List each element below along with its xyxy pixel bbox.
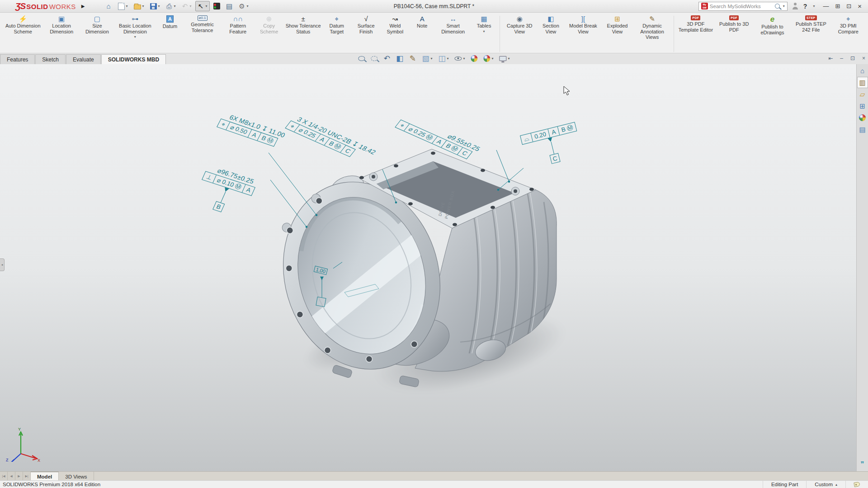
caret-down-icon: ▾ [508, 56, 510, 61]
tab-evaluate[interactable]: Evaluate [66, 54, 101, 64]
taskpane-file-explorer[interactable]: ⊞ [857, 100, 868, 112]
unit-system-selector[interactable]: Custom ▴ [806, 481, 845, 488]
menu-expand-icon[interactable]: ▶ [81, 4, 85, 9]
pattern-feature[interactable]: ∩∩Pattern Feature [222, 15, 254, 35]
search-box[interactable]: MySW ▾ [698, 2, 788, 11]
previous-view-icon: ↶ [383, 55, 390, 62]
login-user-icon[interactable] [792, 3, 799, 9]
basic-location-dimension[interactable]: ⊶Basic Location Dimension▾ [113, 15, 157, 39]
thread-callout-annotation[interactable]: 6X M8x1.0 ↧ 11.00 ⌖ ⌀ 0.50 A B Ⓜ [217, 111, 286, 148]
select-cursor-icon: ↖ [198, 3, 204, 9]
apply-scene-button[interactable]: ▾ [483, 54, 495, 63]
sheet-nav-button[interactable]: ▶| [23, 472, 31, 480]
taskpane-design-library[interactable]: ▱ [857, 89, 868, 100]
taskpane-custom-properties[interactable]: ▤ [857, 124, 868, 135]
auto-dimension-scheme[interactable]: ⚡Auto Dimension Scheme [4, 15, 42, 35]
section-view-button[interactable]: ◧ [395, 54, 404, 63]
section-view[interactable]: ◧Section View [537, 15, 565, 35]
perpendicularity-annotation[interactable]: ⌀96.75±0.25 ⊥ ⌀ 0.10 Ⓜ A B [192, 164, 259, 219]
datum[interactable]: ADatum [157, 15, 183, 30]
caret-down-icon: ▾ [126, 4, 128, 8]
view-settings-button[interactable]: ▾ [499, 55, 511, 62]
save-button[interactable]: ▾ [148, 1, 162, 11]
scene-ball-icon [484, 55, 491, 62]
caret-down-icon: ▾ [174, 4, 176, 8]
search-input[interactable] [710, 4, 773, 9]
datum-flag[interactable] [316, 296, 326, 307]
capture-3d-view[interactable]: ◉Capture 3D View [502, 15, 537, 35]
tag-status-cell[interactable] [845, 481, 868, 488]
display-style-button[interactable]: ◫▾ [438, 54, 450, 63]
open-folder-icon [134, 5, 141, 9]
bottom-tab-3d-views[interactable]: 3D Views [59, 472, 94, 480]
smart-dimension[interactable]: ↔Smart Dimension [435, 15, 471, 35]
tab-features[interactable]: Features [0, 54, 35, 64]
weld-symbol-label: Weld Symbol [382, 23, 408, 34]
zoom-to-fit-icon [358, 56, 365, 61]
properties-list-icon: ▤ [859, 126, 866, 133]
bottom-tab-model[interactable]: Model [31, 472, 59, 480]
part-model[interactable]: DRIVE POWER BOX [279, 148, 596, 401]
ribbon: ⚡Auto Dimension Scheme▣Location Dimensio… [0, 13, 868, 53]
home-button[interactable]: ⌂ [103, 1, 114, 11]
document-properties-button[interactable]: ▤ [224, 1, 235, 11]
close-button[interactable]: × [858, 2, 862, 10]
tables[interactable]: ▦Tables▾ [471, 15, 497, 34]
publish-step-242[interactable]: STEPPublish STEP 242 File [792, 15, 830, 33]
pin-panel-icon[interactable]: ⇤ [828, 55, 833, 61]
minimize-button[interactable]: — [823, 3, 829, 9]
exploded-view[interactable]: ⊞Exploded View [602, 15, 633, 35]
previous-view-button[interactable]: ↶ [382, 54, 391, 63]
geometric-tolerance[interactable]: ⌀0.1Geometric Tolerance [183, 15, 222, 33]
print-button[interactable]: ⎙▾ [164, 1, 178, 11]
view-orientation-button[interactable]: ▧▾ [421, 54, 433, 63]
solidworks-logo-mark: ƷS [15, 1, 25, 11]
appearance-ball-icon [471, 55, 478, 62]
new-document-button[interactable]: ▾ [116, 1, 130, 12]
graphics-viewport[interactable]: DRIVE POWER BOX 6X M8x1.0 ↧ 11.00 ⌖ ⌀ 0.… [0, 64, 868, 471]
open-button[interactable]: ▾ [132, 1, 146, 11]
datum-flag[interactable]: B [212, 201, 225, 212]
tolerance-status-button[interactable] [211, 1, 222, 11]
datum-target[interactable]: ⌖Datum Target [322, 15, 351, 35]
search-icon[interactable] [775, 4, 780, 9]
collapse-panel-tab[interactable]: ◂ [0, 258, 5, 271]
taskpane-home[interactable]: ⌂ [857, 65, 868, 76]
tab-solidworks-mbd[interactable]: SOLIDWORKS MBD [101, 54, 166, 64]
dynamic-annotation-views[interactable]: ✎Dynamic Annotation Views [633, 15, 671, 41]
close-viewport-icon[interactable]: × [862, 55, 865, 61]
zoom-to-fit-button[interactable] [357, 55, 366, 62]
weld-symbol[interactable]: ↝Weld Symbol [381, 15, 409, 35]
help-button[interactable]: ? [803, 3, 807, 10]
edit-appearance-button[interactable] [470, 54, 479, 63]
surface-finish[interactable]: √Surface Finish [351, 15, 381, 35]
show-tolerance-status[interactable]: ±Show Tolerance Status [284, 15, 322, 35]
save-icon [150, 3, 157, 9]
sheet-nav-button[interactable]: ◀ [8, 472, 15, 480]
sheet-nav-button[interactable]: ▶ [15, 472, 23, 480]
taskpane-forum[interactable]: ❞ [857, 458, 868, 469]
location-dimension[interactable]: ▣Location Dimension [42, 15, 80, 35]
publish-to-3d-pdf[interactable]: PDFPublish to 3D PDF [715, 15, 753, 33]
3d-pmi-compare[interactable]: ⌖3D PMI Compare [830, 15, 866, 35]
restore-button[interactable]: ⊡ [846, 3, 851, 9]
note[interactable]: ANote [409, 15, 435, 29]
tab-sketch[interactable]: Sketch [35, 54, 66, 64]
options-button[interactable]: ⚙▾ [236, 1, 251, 11]
minimize-viewport-icon[interactable]: – [840, 55, 843, 61]
taskpane-resources[interactable]: ▥ [857, 77, 868, 88]
model-break-view[interactable]: ][Model Break View [565, 15, 602, 35]
select-button[interactable]: ↖▾ [195, 1, 210, 11]
sheet-nav-button[interactable]: |◀ [0, 472, 8, 480]
size-dimension[interactable]: ▢Size Dimension [81, 15, 113, 35]
help-caret-icon[interactable]: ▾ [813, 4, 815, 8]
dynamic-annotation-button[interactable]: ✎ [408, 54, 417, 63]
resize-button[interactable]: ⊞ [835, 3, 840, 9]
zoom-to-area-button[interactable] [370, 55, 378, 62]
hide-show-items-button[interactable]: ▾ [454, 56, 466, 61]
publish-to-edrawings[interactable]: ePublish to eDrawings [753, 15, 792, 36]
taskpane-appearances[interactable] [857, 112, 868, 123]
search-caret-icon[interactable]: ▾ [783, 4, 785, 8]
3d-pdf-template-editor[interactable]: PDF3D PDF Template Editor [676, 15, 715, 33]
restore-viewport-icon[interactable]: ⊡ [850, 55, 855, 61]
